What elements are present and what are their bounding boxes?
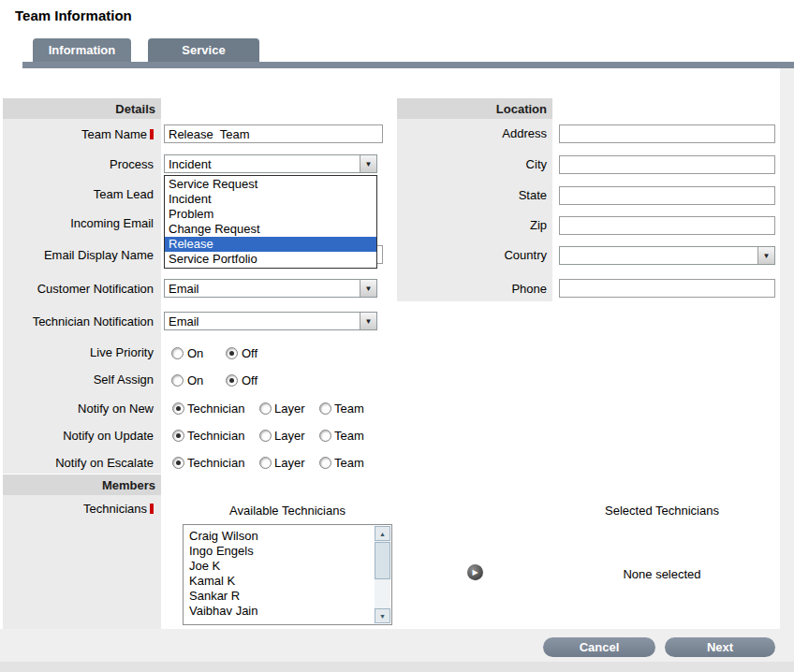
technician-list-item[interactable]: Craig Wilson xyxy=(184,529,375,544)
notify-escalate-layer-radio[interactable] xyxy=(259,457,272,469)
self-assign-on-label: On xyxy=(187,373,203,387)
notify-escalate-technician-label: Technician xyxy=(187,456,244,470)
notify-new-team-label: Team xyxy=(334,402,364,416)
self-assign-off-label: Off xyxy=(242,373,257,387)
required-marker-icon xyxy=(150,504,154,514)
country-select[interactable]: ▼ xyxy=(559,246,775,265)
technicians-label: Technicians xyxy=(3,502,154,516)
members-header-label: Members xyxy=(102,478,155,492)
selected-technicians-title: Selected Technicians xyxy=(557,504,767,518)
required-marker-icon xyxy=(150,129,154,139)
zip-input[interactable] xyxy=(559,216,775,235)
scroll-up-icon[interactable]: ▲ xyxy=(375,526,390,541)
live-priority-off-label: Off xyxy=(242,346,257,360)
list-scrollbar[interactable]: ▲ ▼ xyxy=(375,526,390,623)
team-lead-label: Team Lead xyxy=(3,187,154,201)
cancel-button-label: Cancel xyxy=(580,640,620,654)
live-priority-off-radio[interactable] xyxy=(226,347,238,359)
chevron-down-icon[interactable]: ▼ xyxy=(757,247,774,264)
tab-service[interactable]: Service xyxy=(148,38,259,62)
technician-list-item[interactable]: Sankar R xyxy=(184,589,375,604)
notify-escalate-layer-label: Layer xyxy=(274,456,305,470)
technician-notification-value: Email xyxy=(169,314,199,329)
notify-new-layer-radio[interactable] xyxy=(259,402,272,415)
chevron-down-icon[interactable]: ▼ xyxy=(360,280,376,297)
technician-notification-select[interactable]: Email ▼ xyxy=(164,312,377,330)
notify-new-technician-label: Technician xyxy=(187,402,244,416)
address-input[interactable] xyxy=(559,124,775,143)
process-option[interactable]: Problem xyxy=(165,207,376,222)
scroll-thumb[interactable] xyxy=(375,542,390,579)
next-button[interactable]: Next xyxy=(665,637,775,657)
notify-escalate-team-radio[interactable] xyxy=(319,457,331,469)
notify-on-new-label: Notify on New xyxy=(3,402,154,416)
cancel-button[interactable]: Cancel xyxy=(543,637,655,657)
technician-list-item[interactable]: Ingo Engels xyxy=(184,544,375,559)
city-input[interactable] xyxy=(559,155,775,174)
play-icon: ▶ xyxy=(472,568,478,577)
technician-list-item[interactable]: Kamal K xyxy=(184,574,375,589)
team-name-label-text: Team Name xyxy=(81,127,147,141)
notify-new-team-radio[interactable] xyxy=(319,402,331,415)
tab-service-label: Service xyxy=(182,43,225,57)
available-technicians-list[interactable]: Craig Wilson Ingo Engels Joe K Kamal K S… xyxy=(183,524,392,625)
move-right-button[interactable]: ▶ xyxy=(467,564,483,580)
self-assign-off-radio[interactable] xyxy=(226,374,238,387)
notify-on-update-label: Notify on Update xyxy=(3,429,154,443)
chevron-down-icon[interactable]: ▼ xyxy=(360,155,376,172)
chevron-down-icon[interactable]: ▼ xyxy=(360,313,376,329)
process-option[interactable]: Service Request xyxy=(165,177,376,192)
right-gutter xyxy=(780,68,794,672)
country-label: Country xyxy=(397,248,547,262)
next-button-label: Next xyxy=(707,640,733,654)
process-option[interactable]: Service Portfolio xyxy=(165,252,376,267)
details-header-label: Details xyxy=(115,102,155,116)
process-label: Process xyxy=(3,157,154,171)
team-name-label: Team Name xyxy=(3,127,154,141)
tab-underline-bar xyxy=(22,62,794,68)
notify-escalate-technician-radio[interactable] xyxy=(172,457,184,469)
live-priority-label: Live Priority xyxy=(3,345,154,359)
process-dropdown-list: Service Request Incident Problem Change … xyxy=(164,175,377,269)
zip-label: Zip xyxy=(397,218,547,232)
details-label-column xyxy=(3,119,161,474)
notify-update-layer-radio[interactable] xyxy=(259,430,272,442)
page-title: Team Information xyxy=(15,7,132,23)
process-selected-value: Incident xyxy=(169,157,212,171)
technician-list-item[interactable]: Vaibhav Jain xyxy=(184,604,375,619)
notify-update-team-radio[interactable] xyxy=(319,430,331,442)
team-information-page: Team Information Information Service Det… xyxy=(0,0,794,672)
notify-new-technician-radio[interactable] xyxy=(172,402,184,415)
scroll-down-icon[interactable]: ▼ xyxy=(375,608,390,623)
notify-escalate-team-label: Team xyxy=(334,456,364,470)
state-input[interactable] xyxy=(559,186,775,205)
members-header: Members xyxy=(3,475,161,495)
state-label: State xyxy=(397,188,547,202)
notify-update-team-label: Team xyxy=(334,429,364,443)
selected-technicians-empty: None selected xyxy=(557,567,767,581)
customer-notification-label: Customer Notification xyxy=(3,282,154,296)
self-assign-label: Self Assign xyxy=(3,373,154,387)
process-option[interactable]: Incident xyxy=(165,192,376,207)
customer-notification-select[interactable]: Email ▼ xyxy=(164,279,377,298)
process-select[interactable]: Incident ▼ xyxy=(164,154,377,173)
tab-information[interactable]: Information xyxy=(33,38,131,62)
phone-input[interactable] xyxy=(559,279,775,298)
tab-information-label: Information xyxy=(49,43,116,57)
city-label: City xyxy=(397,157,547,171)
notify-update-technician-radio[interactable] xyxy=(172,430,184,442)
process-option-highlighted[interactable]: Release xyxy=(165,237,376,252)
technician-list-item[interactable]: Joe K xyxy=(184,559,375,574)
notify-new-layer-label: Layer xyxy=(274,402,305,416)
incoming-email-label: Incoming Email xyxy=(3,216,154,230)
live-priority-on-radio[interactable] xyxy=(171,347,184,359)
bottom-strip xyxy=(0,662,794,672)
location-header: Location xyxy=(397,98,552,119)
process-option[interactable]: Change Request xyxy=(165,222,376,237)
self-assign-on-radio[interactable] xyxy=(171,374,184,387)
notify-on-escalate-label: Notify on Escalate xyxy=(3,456,154,470)
team-name-input[interactable] xyxy=(164,124,383,143)
technician-notification-label: Technician Notification xyxy=(3,314,154,329)
live-priority-on-label: On xyxy=(187,346,203,360)
technicians-label-text: Technicians xyxy=(83,502,147,516)
